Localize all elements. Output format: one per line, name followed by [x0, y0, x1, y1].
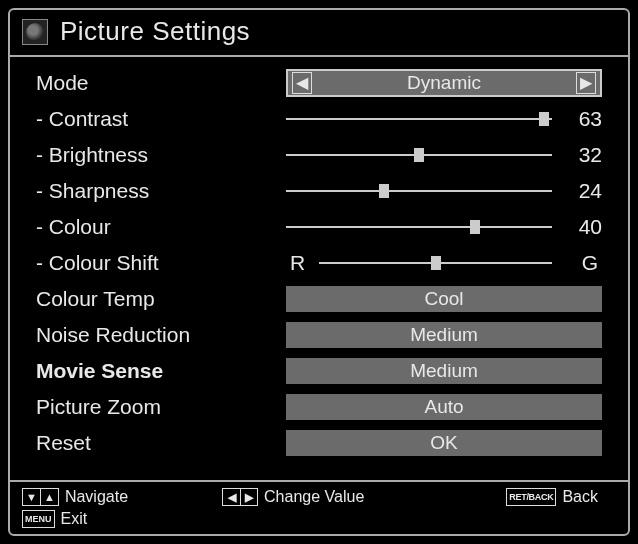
slider-thumb[interactable] [414, 148, 424, 162]
row-contrast: - Contrast 63 [36, 103, 602, 135]
arrow-right-icon[interactable]: ▶ [576, 72, 596, 94]
panel-title: Picture Settings [60, 16, 250, 47]
panel-footer: ▼ ▲ Navigate ◀ ▶ Change Value RET/BACK B… [10, 480, 628, 534]
contrast-value: 63 [562, 107, 602, 131]
slider-thumb[interactable] [379, 184, 389, 198]
row-colour-shift: - Colour Shift R G [36, 247, 602, 279]
row-brightness: - Brightness 32 [36, 139, 602, 171]
row-movie-sense: Movie Sense Medium [36, 355, 602, 387]
sharpness-slider[interactable] [286, 190, 552, 192]
down-key-icon: ▼ [22, 488, 40, 506]
label-reset: Reset [36, 431, 286, 455]
colour-shift-slider[interactable] [319, 262, 552, 264]
colour-shift-right: G [562, 251, 602, 275]
noise-reduction-button[interactable]: Medium [286, 322, 602, 348]
hint-navigate: ▼ ▲ Navigate [22, 488, 128, 506]
return-key-icon: RET/BACK [506, 488, 556, 506]
hint-navigate-label: Navigate [65, 488, 128, 506]
mode-value: Dynamic [312, 72, 576, 94]
hint-exit: MENU Exit [22, 510, 87, 528]
label-colour: - Colour [36, 215, 286, 239]
label-mode: Mode [36, 71, 286, 95]
label-brightness: - Brightness [36, 143, 286, 167]
contrast-slider[interactable] [286, 118, 552, 120]
colour-shift-left: R [286, 251, 309, 275]
label-movie-sense: Movie Sense [36, 359, 286, 383]
reset-button[interactable]: OK [286, 430, 602, 456]
settings-list: Mode ◀ Dynamic ▶ - Contrast 63 - Brightn… [10, 57, 628, 480]
sharpness-value: 24 [562, 179, 602, 203]
left-key-icon: ◀ [222, 488, 240, 506]
hint-change-label: Change Value [264, 488, 364, 506]
row-reset: Reset OK [36, 427, 602, 459]
label-colour-temp: Colour Temp [36, 287, 286, 311]
label-picture-zoom: Picture Zoom [36, 395, 286, 419]
right-key-icon: ▶ [240, 488, 258, 506]
up-key-icon: ▲ [40, 488, 59, 506]
hint-back: RET/BACK Back [506, 488, 598, 506]
picture-zoom-button[interactable]: Auto [286, 394, 602, 420]
arrow-left-icon[interactable]: ◀ [292, 72, 312, 94]
label-sharpness: - Sharpness [36, 179, 286, 203]
colour-slider[interactable] [286, 226, 552, 228]
slider-thumb[interactable] [470, 220, 480, 234]
row-picture-zoom: Picture Zoom Auto [36, 391, 602, 423]
hint-change-value: ◀ ▶ Change Value [222, 488, 364, 506]
brightness-value: 32 [562, 143, 602, 167]
hint-exit-label: Exit [61, 510, 88, 528]
label-contrast: - Contrast [36, 107, 286, 131]
row-mode: Mode ◀ Dynamic ▶ [36, 67, 602, 99]
slider-thumb[interactable] [431, 256, 441, 270]
slider-thumb[interactable] [539, 112, 549, 126]
row-noise-reduction: Noise Reduction Medium [36, 319, 602, 351]
row-colour-temp: Colour Temp Cool [36, 283, 602, 315]
panel-header: Picture Settings [10, 10, 628, 57]
hint-back-label: Back [562, 488, 598, 506]
label-colour-shift: - Colour Shift [36, 251, 286, 275]
colour-temp-button[interactable]: Cool [286, 286, 602, 312]
settings-panel: Picture Settings Mode ◀ Dynamic ▶ - Cont… [8, 8, 630, 536]
brightness-slider[interactable] [286, 154, 552, 156]
mode-selector[interactable]: ◀ Dynamic ▶ [286, 69, 602, 97]
picture-icon [22, 19, 48, 45]
label-noise-reduction: Noise Reduction [36, 323, 286, 347]
row-sharpness: - Sharpness 24 [36, 175, 602, 207]
movie-sense-button[interactable]: Medium [286, 358, 602, 384]
menu-key-icon: MENU [22, 510, 55, 528]
colour-value: 40 [562, 215, 602, 239]
row-colour: - Colour 40 [36, 211, 602, 243]
